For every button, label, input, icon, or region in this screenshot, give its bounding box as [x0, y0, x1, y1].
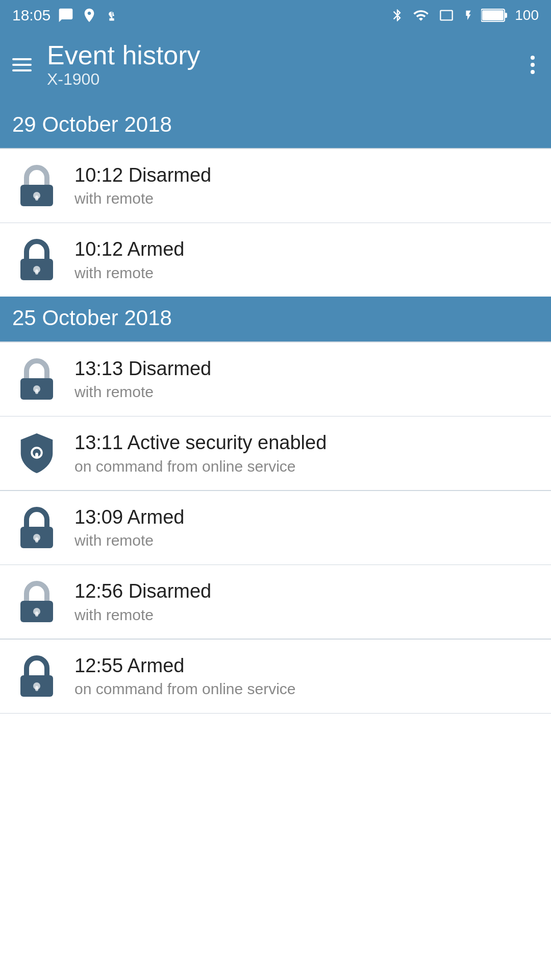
svg-rect-0	[441, 11, 453, 20]
event-title: 12:56 Disarmed	[74, 580, 211, 603]
lock-armed-icon	[14, 505, 59, 550]
list-item: 10:12 Armedwith remote	[0, 223, 551, 297]
battery-level: 100	[515, 7, 539, 23]
list-item: 12:56 Disarmedwith remote	[0, 565, 551, 639]
svg-rect-14	[35, 453, 38, 458]
date-header-1: 25 October 2018	[0, 297, 551, 341]
event-subtitle: with remote	[74, 190, 211, 207]
svg-rect-17	[35, 537, 38, 543]
location-person-icon	[81, 7, 97, 23]
event-text-block: 12:56 Disarmedwith remote	[74, 580, 211, 624]
toolbar-subtitle: X-1900	[47, 70, 527, 89]
message-icon	[58, 7, 74, 23]
svg-rect-20	[35, 611, 38, 617]
list-item: 10:12 Disarmedwith remote	[0, 149, 551, 223]
screen-icon	[437, 8, 456, 22]
event-subtitle: with remote	[74, 383, 211, 401]
status-bar-right: 100	[390, 7, 539, 23]
more-options-button[interactable]	[527, 56, 539, 74]
bluetooth-icon	[390, 7, 405, 23]
list-item: 13:11 Active security enabledon command …	[0, 416, 551, 490]
event-title: 10:12 Armed	[74, 238, 184, 261]
event-text-block: 12:55 Armedon command from online servic…	[74, 654, 296, 698]
wifi-icon	[412, 7, 430, 23]
menu-button[interactable]	[12, 58, 32, 71]
svg-rect-23	[35, 686, 38, 691]
toolbar: Event history X-1900	[0, 31, 551, 103]
lock-disarmed-icon	[14, 357, 59, 402]
charging-icon	[463, 7, 474, 23]
event-title: 10:12 Disarmed	[74, 164, 211, 187]
status-bar: 18:05	[0, 0, 551, 31]
toolbar-title-block: Event history X-1900	[47, 41, 527, 89]
usb-icon	[105, 7, 119, 23]
lock-disarmed-icon	[14, 163, 59, 208]
event-subtitle: on command from online service	[74, 680, 296, 698]
battery-icon	[481, 8, 508, 22]
svg-rect-12	[35, 389, 38, 394]
svg-rect-3	[482, 10, 504, 20]
event-title: 13:11 Active security enabled	[74, 431, 327, 455]
event-text-block: 10:12 Disarmedwith remote	[74, 164, 211, 208]
svg-rect-6	[35, 195, 38, 201]
event-text-block: 13:09 Armedwith remote	[74, 506, 184, 550]
event-text-block: 13:13 Disarmedwith remote	[74, 357, 211, 401]
lock-armed-icon	[14, 654, 59, 699]
list-item: 13:09 Armedwith remote	[0, 491, 551, 565]
svg-rect-2	[505, 13, 507, 18]
event-title: 13:13 Disarmed	[74, 357, 211, 381]
event-subtitle: with remote	[74, 532, 184, 549]
lock-disarmed-icon	[14, 579, 59, 624]
date-header-0: 29 October 2018	[0, 103, 551, 148]
event-subtitle: on command from online service	[74, 458, 327, 475]
svg-rect-9	[35, 270, 38, 275]
status-bar-left: 18:05	[12, 7, 119, 24]
status-time: 18:05	[12, 7, 51, 24]
event-text-block: 10:12 Armedwith remote	[74, 238, 184, 282]
divider	[0, 713, 551, 714]
list-item: 12:55 Armedon command from online servic…	[0, 640, 551, 713]
content-root: 29 October 2018 10:12 Disarmedwith remot…	[0, 103, 551, 714]
lock-armed-icon	[14, 237, 59, 282]
event-title: 12:55 Armed	[74, 654, 296, 678]
event-subtitle: with remote	[74, 606, 211, 624]
event-title: 13:09 Armed	[74, 506, 184, 529]
event-subtitle: with remote	[74, 264, 184, 282]
toolbar-title: Event history	[47, 41, 527, 70]
event-text-block: 13:11 Active security enabledon command …	[74, 431, 327, 475]
list-item: 13:13 Disarmedwith remote	[0, 342, 551, 416]
shield-icon	[14, 431, 59, 476]
